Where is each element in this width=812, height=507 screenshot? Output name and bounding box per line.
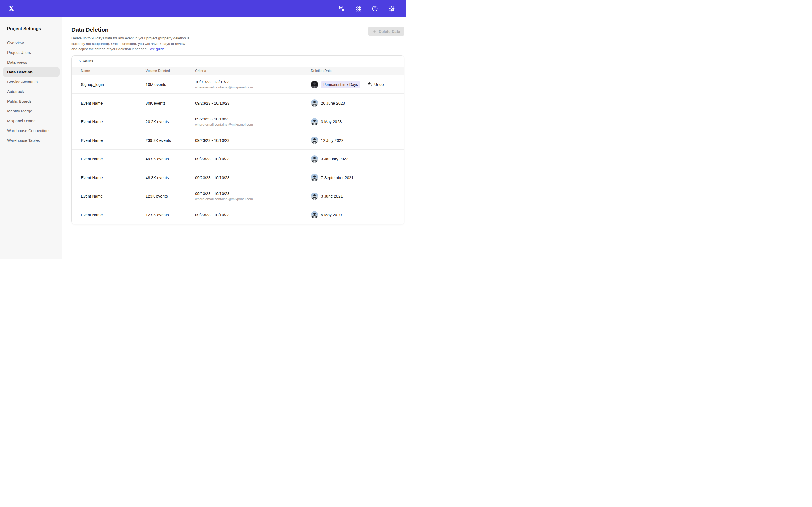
table-row: Event Name 20.2K events 09/23/23 - 10/10… xyxy=(71,112,404,131)
sidebar-title: Project Settings xyxy=(7,26,62,32)
table-row: Event Name 12.9K events 09/23/23 - 10/10… xyxy=(71,205,404,224)
delete-data-button[interactable]: Delete Data xyxy=(368,27,404,36)
delete-data-button-label: Delete Data xyxy=(378,29,400,34)
deletion-date-cell: 3 May 2023 xyxy=(311,118,404,125)
table-body: Signup_login 10M events 10/01/23 - 12/01… xyxy=(71,75,404,224)
deletion-date-text: 3 January 2022 xyxy=(321,157,348,161)
top-navigation-bar: X ? xyxy=(0,0,406,17)
criteria-filter: where email contains @mixpanel.com xyxy=(195,197,311,201)
volume-deleted-cell: 12.9K events xyxy=(146,213,195,217)
sidebar-item-label: Data Views xyxy=(7,60,27,64)
criteria-cell: 09/23/23 - 10/10/23 xyxy=(195,157,311,161)
sidebar-item-data-deletion[interactable]: Data Deletion xyxy=(3,67,60,77)
criteria-date-range: 10/01/23 - 12/01/23 xyxy=(195,79,311,84)
pending-deletion-group: Permanent in 7 Days Undo xyxy=(321,81,384,88)
sidebar-item-project-users[interactable]: Project Users xyxy=(3,48,60,57)
table-row: Signup_login 10M events 10/01/23 - 12/01… xyxy=(71,75,404,94)
user-avatar-photo xyxy=(311,174,318,181)
sidebar-item-label: Warehouse Tables xyxy=(7,138,40,143)
svg-text:?: ? xyxy=(374,7,375,10)
volume-deleted-cell: 123K events xyxy=(146,194,195,198)
avatar xyxy=(311,136,318,144)
sidebar-item-data-views[interactable]: Data Views xyxy=(3,57,60,67)
user-avatar-photo xyxy=(311,99,318,107)
deletion-date-text: 20 June 2023 xyxy=(321,101,345,105)
deletion-date-cell: 7 September 2021 xyxy=(311,174,404,181)
svg-text:X: X xyxy=(9,4,14,12)
event-name-cell: Event Name xyxy=(81,194,146,198)
volume-deleted-cell: 20.2K events xyxy=(146,119,195,124)
mixpanel-logo[interactable]: X xyxy=(7,4,15,12)
criteria-cell: 09/23/23 - 10/10/23 xyxy=(195,175,311,180)
plus-icon xyxy=(372,29,376,34)
criteria-cell: 09/23/23 - 10/10/23 xyxy=(195,213,311,217)
sidebar-item-warehouse-connections[interactable]: Warehouse Connections xyxy=(3,126,60,135)
sidebar-item-mixpanel-usage[interactable]: Mixpanel Usage xyxy=(3,116,60,126)
status-badge: Permanent in 7 Days xyxy=(321,81,360,88)
undo-button[interactable]: Undo xyxy=(367,82,384,87)
avatar xyxy=(311,192,318,200)
user-avatar-photo xyxy=(311,81,318,88)
sidebar-item-public-boards[interactable]: Public Boards xyxy=(3,96,60,106)
event-name-cell: Event Name xyxy=(81,119,146,124)
sidebar-item-overview[interactable]: Overview xyxy=(3,38,60,48)
criteria-cell: 09/23/23 - 10/10/23 xyxy=(195,138,311,143)
deletion-date-cell: 3 January 2022 xyxy=(311,155,404,163)
criteria-date-range: 09/23/23 - 10/10/23 xyxy=(195,191,311,196)
criteria-date-range: 09/23/23 - 10/10/23 xyxy=(195,117,311,121)
volume-deleted-cell: 30K events xyxy=(146,101,195,105)
help-icon[interactable]: ? xyxy=(371,5,378,12)
data-management-icon[interactable] xyxy=(338,5,345,12)
table-row: Event Name 30K events 09/23/23 - 10/10/2… xyxy=(71,94,404,112)
main-content: Data Deletion Delete up to 90 days data … xyxy=(62,17,406,259)
criteria-date-range: 09/23/23 - 10/10/23 xyxy=(195,157,311,161)
apps-grid-icon[interactable] xyxy=(355,5,362,12)
criteria-cell: 10/01/23 - 12/01/23 where email contains… xyxy=(195,79,311,89)
criteria-date-range: 09/23/23 - 10/10/23 xyxy=(195,175,311,180)
topbar-icon-group: ? xyxy=(338,5,395,12)
table-row: Event Name 48.3K events 09/23/23 - 10/10… xyxy=(71,168,404,187)
sidebar-item-autotrack[interactable]: Autotrack xyxy=(3,87,60,96)
user-avatar-photo xyxy=(311,192,318,200)
column-header-criteria: Criteria xyxy=(195,69,311,73)
volume-deleted-cell: 49.9K events xyxy=(146,157,195,161)
page-description-text: Delete up to 90 days data for any event … xyxy=(71,36,190,51)
page-description: Delete up to 90 days data for any event … xyxy=(71,36,190,52)
criteria-date-range: 09/23/23 - 10/10/23 xyxy=(195,101,311,105)
sidebar-item-label: Mixpanel Usage xyxy=(7,119,36,123)
sidebar-items: Overview Project Users Data Views Data D… xyxy=(0,38,62,145)
event-name-cell: Event Name xyxy=(81,138,146,143)
volume-deleted-cell: 48.3K events xyxy=(146,175,195,180)
deletion-date-cell: Permanent in 7 Days Undo xyxy=(311,81,404,88)
deletion-date-cell: 20 June 2023 xyxy=(311,99,404,107)
deletion-date-text: 7 September 2021 xyxy=(321,175,353,180)
column-header-name: Name xyxy=(81,69,146,73)
sidebar-item-label: Overview xyxy=(7,40,24,45)
page-header-text: Data Deletion Delete up to 90 days data … xyxy=(71,26,190,52)
criteria-cell: 09/23/23 - 10/10/23 where email contains… xyxy=(195,117,311,126)
deletion-requests-card: 5 Results Name Volume Deleted Criteria D… xyxy=(71,55,404,224)
deletion-date-cell: 12 July 2022 xyxy=(311,136,404,144)
column-header-volume: Volume Deleted xyxy=(146,69,195,73)
table-row: Event Name 123K events 09/23/23 - 10/10/… xyxy=(71,187,404,206)
sidebar-item-label: Data Deletion xyxy=(7,70,33,74)
sidebar-item-warehouse-tables[interactable]: Warehouse Tables xyxy=(3,135,60,145)
sidebar-item-identity-merge[interactable]: Identity Merge xyxy=(3,106,60,116)
criteria-cell: 09/23/23 - 10/10/23 where email contains… xyxy=(195,191,311,201)
sidebar-item-service-accounts[interactable]: Service Accounts xyxy=(3,77,60,87)
volume-deleted-cell: 239.3K events xyxy=(146,138,195,143)
table-row: Event Name 239.3K events 09/23/23 - 10/1… xyxy=(71,131,404,150)
event-name-cell: Event Name xyxy=(81,213,146,217)
deletion-date-cell: 5 May 2020 xyxy=(311,211,404,218)
criteria-filter: where email contains @mixpanel.com xyxy=(195,122,311,126)
settings-icon[interactable] xyxy=(388,5,395,12)
user-avatar-photo xyxy=(311,211,318,218)
avatar xyxy=(311,211,318,218)
column-header-deletion-date: Deletion Date xyxy=(311,69,404,73)
deletion-date-cell: 3 June 2021 xyxy=(311,192,404,200)
sidebar-item-label: Warehouse Connections xyxy=(7,128,50,133)
deletion-date-text: 3 May 2023 xyxy=(321,119,342,124)
avatar xyxy=(311,174,318,181)
see-guide-link[interactable]: See guide xyxy=(149,47,165,51)
sidebar-item-label: Project Users xyxy=(7,50,31,55)
